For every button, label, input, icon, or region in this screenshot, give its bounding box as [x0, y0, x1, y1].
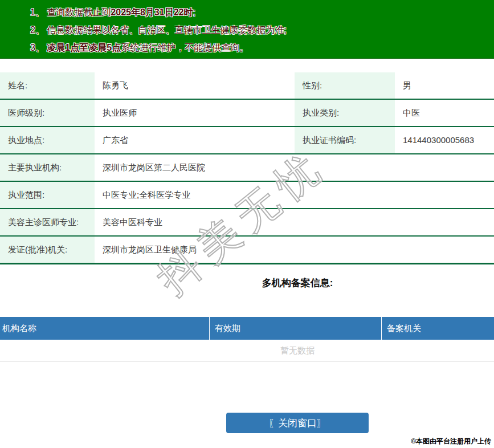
main-institution-label: 主要执业机构: [0, 154, 95, 181]
notice-banner: 1、 查询数据截止到2025年8月31日22时; 2、 信息数据结果以各省、自治… [0, 0, 494, 59]
practice-scope-value: 中医专业;全科医学专业 [95, 181, 494, 209]
practice-location-value: 广东省 [95, 127, 295, 154]
button-row: 〖关闭窗口〗 [0, 413, 494, 433]
notice-line-1-bold: 2025年8月31日22时 [111, 7, 193, 17]
cosmetic-specialty-label: 美容主诊医师专业: [0, 209, 95, 236]
issuing-authority-value: 深圳市龙岗区卫生健康局 [95, 236, 494, 264]
table-row: 主要执业机构: 深圳市龙岗区第二人民医院 [0, 154, 494, 181]
notice-line-3-text: 系统进行维护，不能提供查询。 [121, 43, 248, 52]
gender-value: 男 [395, 72, 494, 99]
filing-authority-column-header: 备案机关 [382, 317, 494, 340]
practice-category-label: 执业类别: [295, 99, 395, 127]
notice-line-3-number: 3、 [30, 43, 44, 52]
multi-org-table-header: 机构名称 有效期 备案机关 [0, 317, 494, 340]
doctor-level-label: 医师级别: [0, 99, 95, 127]
gender-label: 性别: [295, 72, 395, 99]
table-row: 发证(批准)机关: 深圳市龙岗区卫生健康局 [0, 236, 494, 264]
upload-copyright-note: ©本图由平台注册用户上传 [411, 437, 491, 446]
main-institution-value: 深圳市龙岗区第二人民医院 [95, 154, 494, 181]
practitioner-info-table: 姓名: 陈勇飞 性别: 男 医师级别: 执业医师 执业类别: 中医 执业地点: … [0, 72, 494, 264]
doctor-level-value: 执业医师 [95, 99, 295, 127]
notice-line-3-bold: 凌晨1点至凌晨5点 [47, 43, 121, 52]
multi-org-section-title: 多机构备案信息: [0, 275, 494, 291]
notice-line-1-text: 查询数据截止到 [47, 7, 111, 17]
practice-category-value: 中医 [395, 99, 494, 127]
practice-scope-label: 执业范围: [0, 181, 95, 209]
result-content: 姓名: 陈勇飞 性别: 男 医师级别: 执业医师 执业类别: 中医 执业地点: … [0, 72, 494, 433]
close-window-button[interactable]: 〖关闭窗口〗 [226, 413, 369, 433]
table-row: 姓名: 陈勇飞 性别: 男 [0, 72, 494, 99]
notice-line-2: 2、 信息数据结果以各省、自治区、直辖市卫生健康委数据为准; [30, 21, 494, 39]
license-number-value: 141440300005683 [395, 127, 494, 154]
notice-line-2-text: 信息数据结果以各省、自治区、直辖市卫生健康委数据为准; [47, 25, 286, 35]
notice-line-2-number: 2、 [30, 25, 44, 35]
table-row: 执业范围: 中医专业;全科医学专业 [0, 181, 494, 209]
name-label: 姓名: [0, 72, 95, 99]
cosmetic-specialty-value: 美容中医科专业 [95, 209, 494, 236]
notice-line-3: 3、 凌晨1点至凌晨5点系统进行维护，不能提供查询。 [30, 39, 494, 56]
name-value: 陈勇飞 [95, 72, 295, 99]
table-row: 执业地点: 广东省 执业证书编码: 141440300005683 [0, 127, 494, 154]
issuing-authority-label: 发证(批准)机关: [0, 236, 95, 264]
license-number-label: 执业证书编码: [295, 127, 395, 154]
org-name-column-header: 机构名称 [0, 317, 210, 340]
table-row: 医师级别: 执业医师 执业类别: 中医 [0, 99, 494, 127]
practice-location-label: 执业地点: [0, 127, 95, 154]
notice-line-1: 1、 查询数据截止到2025年8月31日22时; [30, 3, 494, 21]
table-row: 美容主诊医师专业: 美容中医科专业 [0, 209, 494, 236]
validity-column-header: 有效期 [210, 317, 382, 340]
no-data-placeholder: 暂无数据 [0, 340, 494, 362]
notice-line-1-number: 1、 [30, 7, 44, 17]
